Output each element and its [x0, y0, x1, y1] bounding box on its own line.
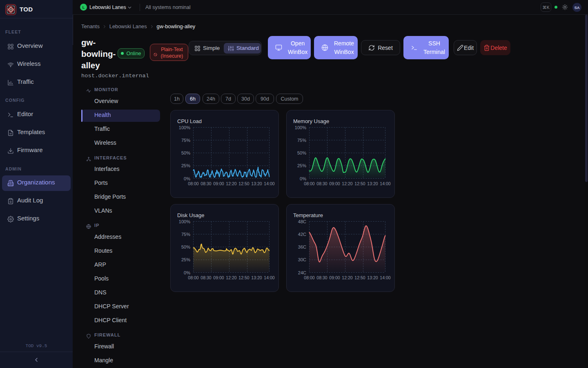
- svg-text:42C: 42C: [298, 232, 306, 237]
- svg-text:13:20: 13:20: [251, 181, 262, 186]
- svg-text:12:50: 12:50: [238, 181, 249, 186]
- svg-text:12:50: 12:50: [238, 275, 249, 280]
- svg-text:13:20: 13:20: [367, 181, 378, 186]
- svg-text:50%: 50%: [297, 150, 306, 155]
- svg-text:09:00: 09:00: [329, 181, 340, 186]
- svg-text:25%: 25%: [181, 163, 190, 168]
- svg-text:13:20: 13:20: [367, 275, 378, 280]
- svg-text:75%: 75%: [181, 138, 190, 143]
- svg-text:14:00: 14:00: [264, 181, 274, 186]
- svg-text:30C: 30C: [298, 257, 306, 262]
- svg-text:09:00: 09:00: [213, 181, 224, 186]
- svg-text:08:00: 08:00: [304, 275, 314, 280]
- svg-text:0%: 0%: [184, 176, 190, 181]
- svg-text:100%: 100%: [295, 125, 306, 130]
- svg-text:25%: 25%: [297, 163, 306, 168]
- svg-text:48C: 48C: [298, 219, 306, 224]
- svg-text:13:20: 13:20: [251, 275, 262, 280]
- svg-text:12:20: 12:20: [342, 181, 352, 186]
- svg-text:100%: 100%: [179, 125, 190, 130]
- svg-text:100%: 100%: [179, 219, 190, 224]
- svg-text:08:00: 08:00: [188, 275, 198, 280]
- svg-text:50%: 50%: [181, 150, 190, 155]
- svg-text:12:50: 12:50: [354, 275, 365, 280]
- svg-text:25%: 25%: [181, 257, 190, 262]
- svg-text:36C: 36C: [298, 245, 306, 249]
- svg-text:08:30: 08:30: [316, 181, 327, 186]
- svg-text:24C: 24C: [298, 270, 306, 275]
- svg-text:12:20: 12:20: [226, 181, 236, 186]
- svg-text:50%: 50%: [181, 245, 190, 249]
- svg-text:14:00: 14:00: [380, 181, 390, 186]
- svg-text:12:20: 12:20: [226, 275, 236, 280]
- svg-text:14:00: 14:00: [264, 275, 274, 280]
- svg-text:09:00: 09:00: [329, 275, 340, 280]
- svg-text:08:30: 08:30: [200, 181, 211, 186]
- svg-text:0%: 0%: [184, 270, 190, 275]
- svg-text:08:00: 08:00: [304, 181, 314, 186]
- svg-text:12:50: 12:50: [354, 181, 365, 186]
- svg-text:0%: 0%: [300, 176, 306, 181]
- svg-text:12:20: 12:20: [342, 275, 352, 280]
- svg-text:08:00: 08:00: [188, 181, 198, 186]
- svg-text:75%: 75%: [297, 138, 306, 143]
- svg-text:75%: 75%: [181, 232, 190, 237]
- svg-text:09:00: 09:00: [213, 275, 224, 280]
- svg-text:14:00: 14:00: [380, 275, 390, 280]
- svg-text:08:30: 08:30: [316, 275, 327, 280]
- svg-text:08:30: 08:30: [200, 275, 211, 280]
